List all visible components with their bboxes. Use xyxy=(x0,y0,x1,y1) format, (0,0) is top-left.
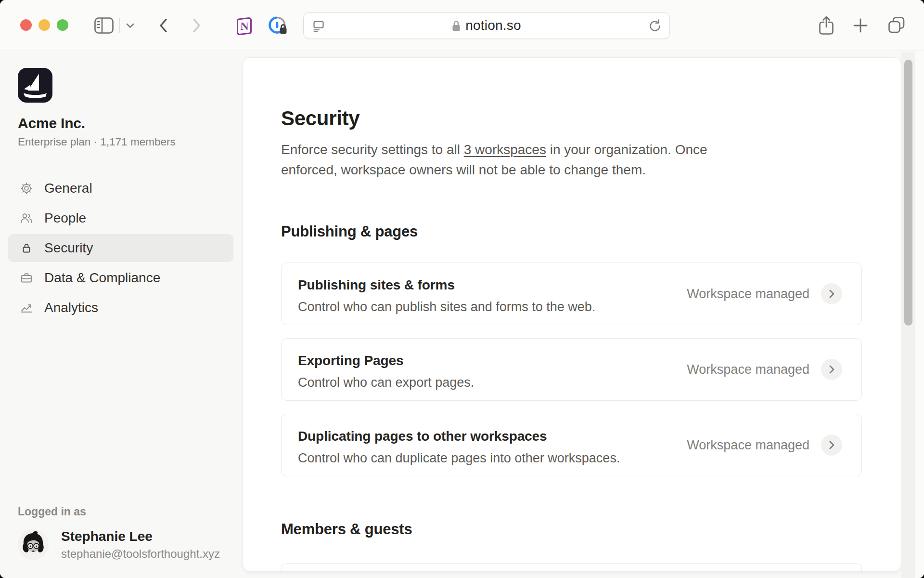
sidebar-item-general[interactable]: General xyxy=(8,174,233,202)
onepassword-lock-icon xyxy=(267,14,290,38)
briefcase-icon xyxy=(20,272,33,284)
url-field[interactable]: notion.so xyxy=(303,12,670,39)
sidebar-item-security[interactable]: Security xyxy=(8,234,233,262)
reload-button[interactable] xyxy=(648,19,662,33)
sidebar-toggle-icon xyxy=(94,17,114,34)
tab-group-menu-button[interactable] xyxy=(126,23,134,28)
sidebar-item-people[interactable]: People xyxy=(8,204,233,232)
section-heading-publishing: Publishing & pages xyxy=(281,223,861,240)
company-name: Acme Inc. xyxy=(18,115,243,131)
scrollbar-right-margin xyxy=(915,52,924,578)
user-avatar xyxy=(18,529,49,560)
workspace-logo xyxy=(18,68,52,103)
line-chart-icon xyxy=(20,302,33,314)
scrollbar-thumb[interactable] xyxy=(904,60,912,326)
gear-icon xyxy=(20,182,33,195)
forward-chevron-icon xyxy=(192,18,201,33)
plan-info: Enterprise plan · 1,171 members xyxy=(18,136,243,148)
browser-toolbar: N xyxy=(0,0,924,51)
section-heading-members: Members & guests xyxy=(281,521,861,538)
page-description: Enforce security settings to all 3 works… xyxy=(281,140,767,180)
zoom-window-button[interactable] xyxy=(57,19,68,31)
workspaces-link[interactable]: 3 workspaces xyxy=(464,142,546,157)
chevron-right-button[interactable] xyxy=(821,434,842,456)
sidebar-item-data-compliance[interactable]: Data & Compliance xyxy=(8,264,233,292)
setting-card-partial[interactable] xyxy=(281,563,862,572)
back-button[interactable] xyxy=(159,18,167,33)
back-chevron-icon xyxy=(159,18,167,33)
tab-overview-icon xyxy=(887,16,906,34)
plus-icon xyxy=(853,18,868,33)
close-window-button[interactable] xyxy=(20,19,32,31)
status-text: Workspace managed xyxy=(687,362,809,377)
main-panel: Security Enforce security settings to al… xyxy=(243,57,901,572)
logged-in-label: Logged in as xyxy=(18,505,220,518)
sidebar-nav: General People xyxy=(18,174,243,322)
setting-card-control: Workspace managed xyxy=(687,434,842,456)
chevron-right-button[interactable] xyxy=(821,359,842,380)
sidebar-item-label: Analytics xyxy=(44,300,98,315)
forward-button[interactable] xyxy=(192,18,201,33)
setting-card-control: Workspace managed xyxy=(687,283,842,304)
new-tab-button[interactable] xyxy=(853,18,868,33)
chevron-right-icon xyxy=(829,441,834,449)
user-email: stephanie@toolsforthought.xyz xyxy=(61,547,220,561)
chevron-down-icon xyxy=(126,23,134,28)
sidebar-item-analytics[interactable]: Analytics xyxy=(8,294,233,322)
sidebar: Acme Inc. Enterprise plan · 1,171 member… xyxy=(0,52,243,578)
secure-lock-icon xyxy=(452,20,461,32)
sidebar-item-label: Data & Compliance xyxy=(44,270,160,286)
description-text: in your organization. Once xyxy=(546,142,707,157)
user-name: Stephanie Lee xyxy=(61,529,220,544)
page-body: Acme Inc. Enterprise plan · 1,171 member… xyxy=(0,52,924,578)
minimize-window-button[interactable] xyxy=(38,19,50,31)
setting-card-exporting-pages[interactable]: Exporting Pages Control who can export p… xyxy=(281,338,862,401)
status-text: Workspace managed xyxy=(687,438,809,453)
avatar-illustration-icon xyxy=(18,529,49,560)
status-text: Workspace managed xyxy=(687,287,809,302)
chevron-right-icon xyxy=(829,365,834,374)
sidebar-item-label: General xyxy=(44,181,92,196)
chevron-right-icon xyxy=(829,289,834,298)
setting-card-control: Workspace managed xyxy=(687,359,842,380)
lock-icon xyxy=(20,242,33,254)
reload-icon xyxy=(648,19,662,33)
people-icon xyxy=(20,212,33,224)
sidebar-item-label: People xyxy=(44,210,86,226)
sidebar-footer: Logged in as xyxy=(18,505,220,561)
chevron-right-button[interactable] xyxy=(821,283,842,304)
tab-overview-button[interactable] xyxy=(887,16,906,34)
toolbar-divider xyxy=(119,18,120,33)
onepassword-extension-button[interactable] xyxy=(267,14,290,38)
description-text: Enforce security settings to all xyxy=(281,142,464,157)
page-title: Security xyxy=(281,108,861,129)
svg-text:N: N xyxy=(240,20,249,32)
settings-content: Security Enforce security settings to al… xyxy=(243,108,901,572)
share-button[interactable] xyxy=(818,15,834,36)
notion-extension-button[interactable]: N xyxy=(233,15,254,36)
user-row: Stephanie Lee stephanie@toolsforthought.… xyxy=(18,529,220,561)
setting-card-publishing-sites[interactable]: Publishing sites & forms Control who can… xyxy=(281,263,862,325)
url-text: notion.so xyxy=(465,18,521,33)
sidebar-toggle-button[interactable] xyxy=(94,17,114,34)
user-meta: Stephanie Lee stephanie@toolsforthought.… xyxy=(61,529,220,561)
share-icon xyxy=(818,15,834,36)
description-text: enforced, workspace owners will not be a… xyxy=(281,162,646,177)
browser-window: N xyxy=(0,0,924,578)
setting-card-duplicating-pages[interactable]: Duplicating pages to other workspaces Co… xyxy=(281,414,862,476)
notion-extension-icon: N xyxy=(233,15,254,36)
sidebar-item-label: Security xyxy=(44,240,93,256)
sailboat-icon xyxy=(18,68,52,103)
